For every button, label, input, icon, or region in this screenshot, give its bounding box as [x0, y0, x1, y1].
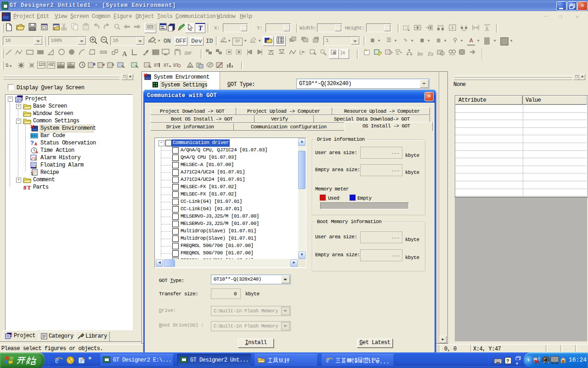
svg-text:e: e [326, 356, 329, 364]
svg-text:?: ? [506, 358, 509, 364]
svg-text:W: W [102, 63, 105, 67]
svg-text:8T: 8T [154, 63, 159, 68]
svg-text:5: 5 [112, 63, 114, 67]
svg-text:?: ? [30, 140, 34, 147]
svg-text:A: A [342, 51, 345, 56]
svg-text:e: e [55, 356, 59, 365]
svg-text:T: T [27, 184, 31, 191]
svg-text:8T: 8T [164, 63, 169, 68]
svg-text:123: 123 [58, 63, 62, 66]
svg-text:8: 8 [23, 184, 27, 191]
svg-text:ASC: ASC [68, 63, 72, 66]
svg-text:B: B [93, 62, 96, 66]
